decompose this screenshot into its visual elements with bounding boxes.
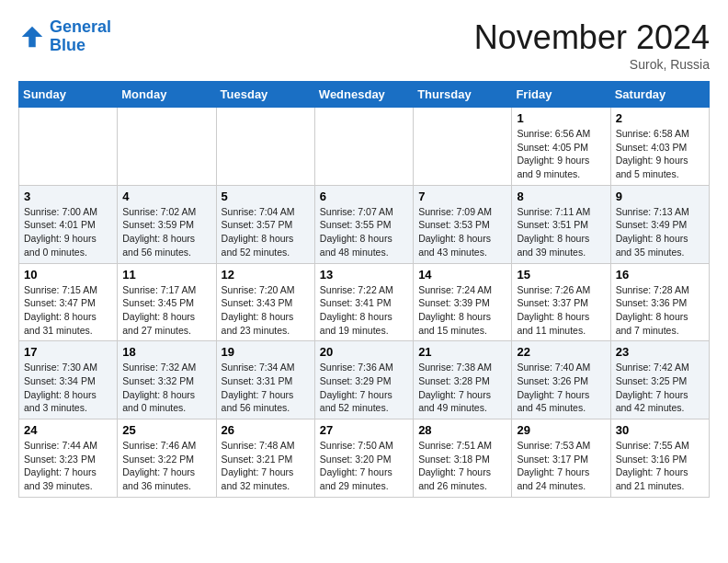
- table-row: 6Sunrise: 7:07 AMSunset: 3:55 PMDaylight…: [314, 185, 413, 263]
- table-row: 18Sunrise: 7:32 AMSunset: 3:32 PMDayligh…: [118, 341, 216, 419]
- day-info: Sunrise: 7:04 AMSunset: 3:57 PMDaylight:…: [222, 205, 310, 259]
- day-number: 30: [616, 423, 704, 437]
- table-row: 17Sunrise: 7:30 AMSunset: 3:34 PMDayligh…: [19, 341, 118, 419]
- title-block: November 2024 Surok, Russia: [474, 18, 710, 72]
- calendar-header-row: Sunday Monday Tuesday Wednesday Thursday…: [19, 82, 710, 108]
- logo: General Blue: [18, 18, 111, 55]
- day-info: Sunrise: 7:20 AMSunset: 3:43 PMDaylight:…: [222, 283, 310, 338]
- calendar-week-row: 3Sunrise: 7:00 AMSunset: 4:01 PMDaylight…: [19, 185, 710, 263]
- table-row: 16Sunrise: 7:28 AMSunset: 3:36 PMDayligh…: [610, 263, 709, 341]
- table-row: 21Sunrise: 7:38 AMSunset: 3:28 PMDayligh…: [414, 341, 512, 419]
- table-row: 3Sunrise: 7:00 AMSunset: 4:01 PMDaylight…: [19, 185, 118, 263]
- header-wednesday: Wednesday: [314, 82, 413, 108]
- table-row: [414, 108, 512, 186]
- day-info: Sunrise: 7:36 AMSunset: 3:29 PMDaylight:…: [320, 361, 408, 415]
- day-number: 11: [122, 268, 210, 282]
- day-info: Sunrise: 7:42 AMSunset: 3:25 PMDaylight:…: [616, 361, 704, 415]
- day-number: 4: [122, 190, 210, 203]
- table-row: 30Sunrise: 7:55 AMSunset: 3:16 PMDayligh…: [610, 419, 709, 498]
- table-row: 24Sunrise: 7:44 AMSunset: 3:23 PMDayligh…: [19, 419, 118, 498]
- header-monday: Monday: [118, 82, 216, 108]
- day-number: 13: [320, 268, 408, 282]
- logo-icon: [18, 23, 46, 51]
- day-info: Sunrise: 7:44 AMSunset: 3:23 PMDaylight:…: [24, 439, 112, 493]
- table-row: [118, 108, 216, 186]
- day-info: Sunrise: 7:17 AMSunset: 3:45 PMDaylight:…: [122, 283, 210, 338]
- day-info: Sunrise: 7:34 AMSunset: 3:31 PMDaylight:…: [222, 361, 310, 415]
- calendar-week-row: 1Sunrise: 6:56 AMSunset: 4:05 PMDaylight…: [19, 108, 710, 186]
- table-row: 7Sunrise: 7:09 AMSunset: 3:53 PMDaylight…: [414, 185, 512, 263]
- table-row: 25Sunrise: 7:46 AMSunset: 3:22 PMDayligh…: [118, 419, 216, 498]
- day-info: Sunrise: 7:50 AMSunset: 3:20 PMDaylight:…: [320, 439, 408, 493]
- table-row: 20Sunrise: 7:36 AMSunset: 3:29 PMDayligh…: [314, 341, 413, 419]
- day-info: Sunrise: 7:40 AMSunset: 3:26 PMDaylight:…: [517, 361, 605, 415]
- table-row: 14Sunrise: 7:24 AMSunset: 3:39 PMDayligh…: [414, 263, 512, 341]
- header-thursday: Thursday: [414, 82, 512, 108]
- day-number: 9: [616, 190, 704, 203]
- header-sunday: Sunday: [19, 82, 118, 108]
- svg-marker-0: [22, 27, 43, 48]
- day-info: Sunrise: 7:30 AMSunset: 3:34 PMDaylight:…: [24, 361, 112, 415]
- day-info: Sunrise: 7:38 AMSunset: 3:28 PMDaylight:…: [418, 361, 506, 415]
- day-info: Sunrise: 7:53 AMSunset: 3:17 PMDaylight:…: [517, 439, 605, 493]
- day-info: Sunrise: 7:26 AMSunset: 3:37 PMDaylight:…: [517, 283, 605, 338]
- table-row: 12Sunrise: 7:20 AMSunset: 3:43 PMDayligh…: [216, 263, 314, 341]
- day-number: 21: [418, 345, 506, 359]
- header-tuesday: Tuesday: [216, 82, 314, 108]
- day-info: Sunrise: 7:02 AMSunset: 3:59 PMDaylight:…: [122, 205, 210, 259]
- day-number: 3: [24, 190, 112, 203]
- day-info: Sunrise: 6:56 AMSunset: 4:05 PMDaylight:…: [517, 127, 605, 181]
- table-row: 23Sunrise: 7:42 AMSunset: 3:25 PMDayligh…: [610, 341, 709, 419]
- day-number: 27: [320, 423, 408, 437]
- day-number: 2: [616, 111, 704, 125]
- calendar-week-row: 17Sunrise: 7:30 AMSunset: 3:34 PMDayligh…: [19, 341, 710, 419]
- day-info: Sunrise: 7:09 AMSunset: 3:53 PMDaylight:…: [418, 205, 506, 259]
- day-number: 14: [418, 268, 506, 282]
- day-info: Sunrise: 7:15 AMSunset: 3:47 PMDaylight:…: [24, 283, 112, 338]
- day-info: Sunrise: 7:24 AMSunset: 3:39 PMDaylight:…: [418, 283, 506, 338]
- table-row: 19Sunrise: 7:34 AMSunset: 3:31 PMDayligh…: [216, 341, 314, 419]
- location-text: Surok, Russia: [474, 57, 710, 72]
- day-number: 10: [24, 268, 112, 282]
- day-number: 20: [320, 345, 408, 359]
- day-number: 8: [517, 190, 605, 203]
- logo-general: General: [50, 17, 111, 36]
- calendar-week-row: 10Sunrise: 7:15 AMSunset: 3:47 PMDayligh…: [19, 263, 710, 341]
- day-number: 12: [222, 268, 310, 282]
- day-info: Sunrise: 7:51 AMSunset: 3:18 PMDaylight:…: [418, 439, 506, 493]
- table-row: 9Sunrise: 7:13 AMSunset: 3:49 PMDaylight…: [610, 185, 709, 263]
- day-info: Sunrise: 7:48 AMSunset: 3:21 PMDaylight:…: [222, 439, 310, 493]
- month-title: November 2024: [474, 18, 710, 57]
- day-number: 6: [320, 190, 408, 203]
- day-number: 16: [616, 268, 704, 282]
- logo-text: General Blue: [50, 18, 111, 55]
- header-friday: Friday: [512, 82, 610, 108]
- day-number: 15: [517, 268, 605, 282]
- table-row: 13Sunrise: 7:22 AMSunset: 3:41 PMDayligh…: [314, 263, 413, 341]
- day-info: Sunrise: 7:00 AMSunset: 4:01 PMDaylight:…: [24, 205, 112, 259]
- day-number: 23: [616, 345, 704, 359]
- day-info: Sunrise: 7:11 AMSunset: 3:51 PMDaylight:…: [517, 205, 605, 259]
- table-row: 29Sunrise: 7:53 AMSunset: 3:17 PMDayligh…: [512, 419, 610, 498]
- page-header: General Blue November 2024 Surok, Russia: [18, 18, 710, 72]
- day-number: 28: [418, 423, 506, 437]
- table-row: 22Sunrise: 7:40 AMSunset: 3:26 PMDayligh…: [512, 341, 610, 419]
- table-row: [216, 108, 314, 186]
- day-info: Sunrise: 7:07 AMSunset: 3:55 PMDaylight:…: [320, 205, 408, 259]
- day-number: 19: [222, 345, 310, 359]
- day-info: Sunrise: 6:58 AMSunset: 4:03 PMDaylight:…: [616, 127, 704, 181]
- day-number: 25: [122, 423, 210, 437]
- day-info: Sunrise: 7:32 AMSunset: 3:32 PMDaylight:…: [122, 361, 210, 415]
- table-row: 11Sunrise: 7:17 AMSunset: 3:45 PMDayligh…: [118, 263, 216, 341]
- logo-blue: Blue: [50, 36, 85, 54]
- table-row: 8Sunrise: 7:11 AMSunset: 3:51 PMDaylight…: [512, 185, 610, 263]
- table-row: 26Sunrise: 7:48 AMSunset: 3:21 PMDayligh…: [216, 419, 314, 498]
- calendar-week-row: 24Sunrise: 7:44 AMSunset: 3:23 PMDayligh…: [19, 419, 710, 498]
- day-number: 18: [122, 345, 210, 359]
- day-info: Sunrise: 7:55 AMSunset: 3:16 PMDaylight:…: [616, 439, 704, 493]
- table-row: 2Sunrise: 6:58 AMSunset: 4:03 PMDaylight…: [610, 108, 709, 186]
- table-row: 15Sunrise: 7:26 AMSunset: 3:37 PMDayligh…: [512, 263, 610, 341]
- table-row: 27Sunrise: 7:50 AMSunset: 3:20 PMDayligh…: [314, 419, 413, 498]
- table-row: 1Sunrise: 6:56 AMSunset: 4:05 PMDaylight…: [512, 108, 610, 186]
- day-info: Sunrise: 7:22 AMSunset: 3:41 PMDaylight:…: [320, 283, 408, 338]
